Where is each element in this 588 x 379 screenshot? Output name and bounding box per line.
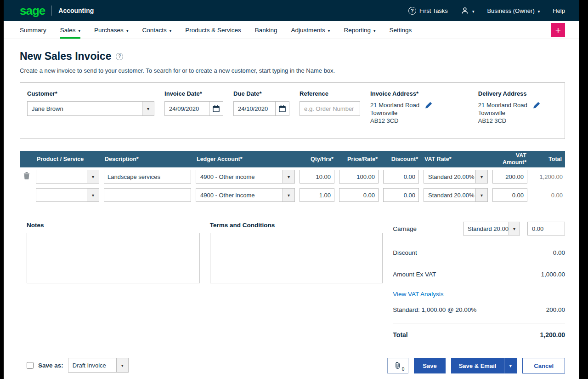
discount-label: Discount (393, 249, 417, 256)
user-menu[interactable] (461, 6, 475, 15)
nav-label: Reporting (344, 27, 371, 34)
help-circle-icon[interactable] (116, 53, 123, 60)
reference-label: Reference (300, 90, 360, 97)
carriage-vat-select[interactable]: Standard 20.00% (463, 222, 520, 235)
edit-pencil-icon[interactable] (425, 102, 432, 111)
amount-ex-vat-row: Amount Ex VAT 1,000.00 (393, 271, 565, 278)
chevron-down-icon (170, 27, 172, 34)
terms-label: Terms and Conditions (210, 222, 383, 229)
invoice-date-label: Invoice Date* (164, 90, 223, 97)
ledger-account-select[interactable]: 4900 - Other income (196, 188, 295, 202)
invoice-address-label: Invoice Address* (370, 90, 468, 97)
calendar-icon[interactable] (209, 102, 223, 115)
chevron-down-icon[interactable] (475, 170, 487, 183)
nav-item-contacts[interactable]: Contacts (142, 21, 171, 39)
first-tasks-button[interactable]: First Tasks (408, 7, 448, 15)
customer-label: Customer* (27, 90, 154, 97)
table-row: 4900 - Other income Standard 20.00% 1,20… (20, 167, 565, 186)
invoice-date-input[interactable] (165, 102, 209, 115)
description-input[interactable] (104, 170, 191, 184)
chevron-down-icon[interactable] (142, 102, 154, 115)
nav-item-reporting[interactable]: Reporting (344, 21, 375, 39)
nav-item-purchases[interactable]: Purchases (94, 21, 128, 39)
invoice-details-panel: Customer* Jane Brown Invoice Date* Due D… (20, 82, 565, 139)
chevron-down-icon[interactable] (283, 189, 294, 201)
chevron-down-icon[interactable] (283, 170, 294, 183)
notes-textarea[interactable] (27, 233, 200, 283)
carriage-amount-control (527, 222, 565, 235)
attachment-button[interactable]: 0 (387, 358, 408, 373)
person-icon (461, 6, 469, 15)
carriage-amount-input[interactable] (528, 222, 565, 235)
footer-actions: 0 Save Save & Email Cancel (387, 358, 565, 373)
help-link[interactable]: Help (553, 7, 565, 14)
product-service-select[interactable] (36, 188, 99, 202)
terms-textarea[interactable] (210, 233, 383, 283)
delete-row-icon[interactable] (23, 172, 30, 179)
price-rate-input[interactable] (339, 170, 379, 184)
save-as-checkbox[interactable] (27, 362, 34, 369)
save-button[interactable]: Save (414, 358, 445, 373)
chevron-down-icon[interactable] (475, 189, 487, 201)
first-tasks-label: First Tasks (419, 7, 448, 14)
header-total: Total (530, 151, 565, 167)
add-button[interactable]: + (551, 23, 565, 37)
header-vat-amount: VAT Amount* (490, 151, 530, 167)
save-as-label: Save as: (38, 362, 63, 369)
header-vat-rate: VAT Rate* (421, 151, 490, 167)
terms-field: Terms and Conditions (210, 222, 383, 339)
qty-input[interactable] (300, 170, 334, 184)
chevron-down-icon[interactable] (509, 222, 520, 235)
save-as-section: Save as: Draft Invoice Draft and Pro For… (27, 358, 170, 379)
save-email-button[interactable]: Save & Email (451, 358, 504, 373)
nav-item-settings[interactable]: Settings (389, 21, 412, 39)
nav-item-summary[interactable]: Summary (20, 21, 46, 39)
vat-breakdown-row: Standard: 1,000.00 @ 20.00% 200.00 (393, 306, 565, 313)
chevron-down-icon (373, 27, 376, 34)
delivery-address-field: Delivery Address 21 Moorland Road Townsv… (478, 90, 558, 125)
product-service-select[interactable] (36, 170, 99, 184)
amount-ex-vat-label: Amount Ex VAT (393, 271, 436, 278)
discount-input[interactable] (383, 170, 419, 184)
page: sage Accounting First Tasks Business (Ow… (4, 0, 579, 379)
invoice-date-control (164, 101, 223, 116)
description-input[interactable] (104, 188, 191, 202)
app-name: Accounting (58, 7, 94, 14)
vat-amount-input[interactable] (492, 170, 527, 184)
cancel-button[interactable]: Cancel (522, 358, 565, 373)
ledger-account-select[interactable]: 4900 - Other income (196, 170, 295, 184)
due-date-input[interactable] (234, 102, 275, 115)
calendar-icon[interactable] (275, 102, 289, 115)
nav-item-sales[interactable]: Sales (60, 21, 80, 39)
chevron-down-icon[interactable] (504, 358, 517, 373)
header-product: Product / Service (34, 151, 102, 167)
delivery-address-text: 21 Moorland Road Townsville AB12 3CD (478, 101, 527, 125)
business-menu[interactable]: Business (Owner) (487, 7, 540, 14)
chevron-down-icon[interactable] (87, 170, 99, 183)
delivery-address-label: Delivery Address (478, 90, 558, 97)
nav-label: Sales (60, 27, 76, 34)
edit-pencil-icon[interactable] (533, 102, 540, 111)
discount-input[interactable] (383, 188, 419, 202)
nav-item-products-services[interactable]: Products & Services (185, 21, 241, 39)
reference-input[interactable] (300, 102, 360, 115)
view-vat-analysis-link[interactable]: View VAT Analysis (393, 291, 443, 298)
reference-field: Reference (300, 90, 360, 125)
vat-amount-input[interactable] (492, 188, 527, 202)
carriage-row: Carriage Standard 20.00% (393, 222, 565, 235)
qty-input[interactable] (300, 188, 334, 202)
vat-rate-select[interactable]: Standard 20.00% (424, 170, 488, 184)
nav-item-adjustments[interactable]: Adjustments (291, 21, 330, 39)
save-as-select[interactable]: Draft Invoice (68, 358, 129, 373)
chevron-down-icon[interactable] (87, 189, 99, 201)
sage-logo[interactable]: sage (20, 5, 45, 17)
customer-select[interactable]: Jane Brown (27, 101, 154, 116)
carriage-label: Carriage (393, 225, 417, 232)
chevron-down-icon[interactable] (116, 358, 128, 372)
chevron-down-icon (79, 27, 81, 34)
vat-rate-select[interactable]: Standard 20.00% (424, 188, 488, 202)
price-rate-input[interactable] (339, 188, 379, 202)
row-total: 0.00 (530, 186, 565, 204)
row-total: 1,200.00 (530, 167, 565, 186)
nav-item-banking[interactable]: Banking (255, 21, 277, 39)
